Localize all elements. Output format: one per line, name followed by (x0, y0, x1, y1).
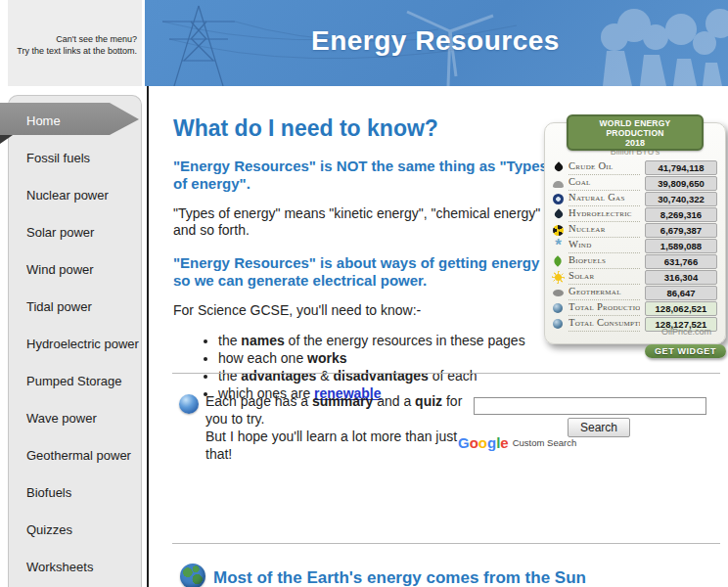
sidebar-item-label: Wave power (26, 411, 97, 426)
widget-row-value: 86,647 (645, 286, 717, 300)
coal-icon (552, 177, 565, 190)
widget-row-coal: Coal39,809,650 (552, 175, 717, 191)
sidebar-item-biofuels[interactable]: Biofuels (9, 474, 141, 511)
widget-row-value: 39,809,650 (645, 176, 717, 191)
google-logo-letter: o (470, 434, 478, 451)
earth-globe-icon (180, 564, 205, 587)
google-logo-letter: e (500, 434, 508, 451)
google-logo-letter: o (478, 434, 487, 451)
bullet-text: the (218, 368, 241, 384)
bullet-bold: works (307, 350, 346, 366)
wind-turbine-icon (552, 240, 565, 252)
sidebar-item-geothermal-power[interactable]: Geothermal power (9, 436, 141, 474)
site-title: Energy Resources (311, 25, 560, 57)
widget-row-label: Hydroelectric (569, 206, 640, 222)
google-custom-search-brand: GoogleCustom Search (458, 434, 576, 451)
know-list-item: the advantages & disadvantages of each (218, 368, 728, 384)
bullet-bold: disadvantages (334, 368, 429, 384)
sidebar-item-home[interactable]: Home (9, 102, 141, 139)
widget-source-link[interactable]: OilPrice.com (661, 327, 711, 337)
sidebar-item-label: Worksheets (26, 560, 93, 574)
sidebar-item-label: Pumped Storage (26, 374, 122, 388)
widget-row-biofuels: Biofuels631,766 (552, 253, 717, 269)
gcse-intro: For Science GCSE, you'll need to know:- (173, 302, 563, 319)
blue-ball-icon (179, 394, 199, 414)
widget-row-nuclear: Nuclear6,679,387 (552, 222, 717, 238)
widget-row-total-production: Total Production128,062,521 (552, 300, 717, 316)
search-input[interactable] (474, 397, 706, 415)
sidebar-item-hydroelectric-power[interactable]: Hydroelectric power (9, 325, 141, 362)
widget-row-natural-gas: Natural Gas30,740,322 (552, 191, 717, 206)
sidebar-item-nuclear-power[interactable]: Nuclear power (9, 176, 141, 213)
sidebar-item-label: Biofuels (26, 485, 71, 500)
hydro-droplet-icon (552, 208, 565, 221)
intro-statement-1: "Energy Resources" is NOT the same thing… (173, 158, 557, 193)
widget-row-geothermal: Geothermal86,647 (552, 285, 717, 300)
energy-production-widget: WORLD ENERGY PRODUCTION 2018 Billion BTU… (544, 122, 726, 344)
note-seg1: Each page has a (205, 393, 312, 409)
widget-row-label: Total Consumption (569, 316, 640, 332)
sidebar-menu: HomeFossil fuelsNuclear powerSolar power… (9, 102, 141, 585)
bullet-text: how each one (218, 350, 307, 366)
menu-fallback-note: Can't see the menu? Try the text links a… (8, 0, 142, 86)
oil-droplet-icon (552, 161, 565, 174)
sidebar-item-quizzes[interactable]: Quizzes (9, 511, 141, 548)
gas-icon (552, 193, 565, 205)
note-line2: But I hope you'll learn a lot more than … (205, 428, 464, 463)
geothermal-icon (552, 287, 565, 299)
nuclear-icon (552, 224, 565, 237)
menu-note-line1: Can't see the menu? (8, 33, 137, 45)
get-widget-button[interactable]: GET WIDGET (645, 344, 726, 358)
widget-rows: Crude Oil41,794,118Coal39,809,650Natural… (552, 159, 717, 332)
sidebar-item-label: Geothermal power (26, 448, 131, 463)
google-logo-letter: G (458, 434, 470, 451)
sidebar-item-label: Wind power (26, 262, 94, 277)
sidebar-item-wind-power[interactable]: Wind power (9, 250, 141, 288)
header-banner: Energy Resources (145, 0, 728, 86)
widget-year: 2018 (570, 138, 700, 148)
sidebar-item-label: Home (26, 113, 61, 128)
sun-icon (552, 271, 565, 284)
sidebar-item-pumped-storage[interactable]: Pumped Storage (9, 362, 141, 399)
sidebar-item-label: Solar power (26, 225, 94, 240)
sidebar-item-solar-power[interactable]: Solar power (9, 213, 141, 250)
bullet-text: & (316, 368, 333, 384)
bullet-bold: advantages (241, 368, 316, 384)
widget-row-value: 30,740,322 (645, 192, 717, 206)
widget-row-value: 1,589,088 (645, 239, 717, 253)
sidebar-item-tidal-power[interactable]: Tidal power (9, 288, 141, 325)
widget-row-label: Coal (569, 175, 640, 191)
menu-note-line2: Try the text links at the bottom. (8, 45, 137, 57)
widget-row-value: 316,304 (645, 270, 717, 285)
search-button[interactable]: Search (568, 418, 630, 437)
note-seg2: and a (373, 393, 415, 409)
sidebar-item-label: Hydroelectric power (26, 337, 139, 351)
intro-statement-3: "Energy Resources" is about ways of gett… (173, 254, 557, 290)
section2-heading: Most of the Earth's energy comes from th… (213, 568, 586, 587)
sidebar: HomeFossil fuelsNuclear powerSolar power… (8, 95, 142, 587)
widget-row-label: Natural Gas (569, 191, 640, 206)
intro-statement-2: "Types of energy" means "kinetic energy"… (173, 205, 563, 239)
widget-row-label: Wind (569, 238, 640, 253)
bullet-bold: names (241, 333, 284, 348)
widget-row-label: Solar (569, 269, 640, 285)
sidebar-item-label: Tidal power (26, 299, 92, 314)
google-logo-letter: g (487, 434, 496, 451)
widget-row-hydroelectric: Hydroelectric8,269,316 (552, 206, 717, 222)
google-brand-suffix: Custom Search (513, 437, 576, 448)
note-bold-summary: summary (312, 393, 373, 409)
note-bold-quiz: quiz (415, 393, 442, 409)
google-logo: Google (458, 434, 509, 451)
widget-title-tab: WORLD ENERGY PRODUCTION 2018 (567, 114, 704, 151)
sidebar-item-fossil-fuels[interactable]: Fossil fuels (9, 139, 141, 176)
widget-row-crude-oil: Crude Oil41,794,118 (552, 159, 717, 175)
widget-row-value: 128,062,521 (645, 301, 717, 316)
divider-2 (172, 543, 720, 544)
biofuel-leaf-icon (552, 255, 565, 268)
bullet-text: the (218, 333, 241, 348)
bullet-text: of each (429, 368, 478, 384)
sidebar-item-wave-power[interactable]: Wave power (9, 399, 141, 436)
sidebar-item-worksheets[interactable]: Worksheets (9, 548, 141, 585)
sidebar-item-label: Quizzes (26, 522, 72, 537)
widget-row-label: Biofuels (569, 253, 640, 269)
